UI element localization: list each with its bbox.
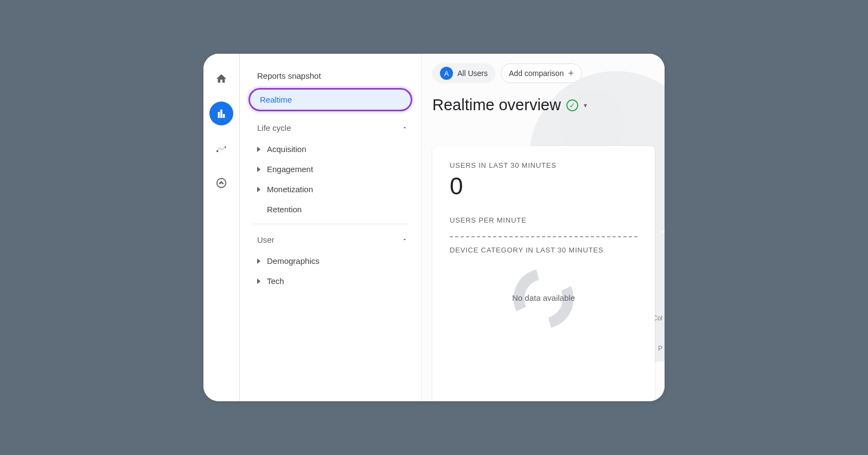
heading-users-30: USERS IN LAST 30 MINUTES (450, 161, 637, 169)
dropdown-caret-icon[interactable]: ▾ (584, 102, 587, 109)
ads-icon[interactable] (209, 171, 233, 195)
explore-icon[interactable] (209, 136, 233, 160)
home-icon[interactable] (209, 67, 233, 91)
group-label: Life cycle (257, 123, 291, 132)
chip-all-users[interactable]: A All Users (432, 64, 495, 83)
heading-users-per-min: USERS PER MINUTE (450, 216, 637, 224)
chip-add-comparison[interactable]: Add comparison + (501, 64, 582, 83)
caret-right-icon (257, 258, 260, 264)
nav-tech[interactable]: Tech (240, 271, 421, 291)
group-life-cycle[interactable]: Life cycle (240, 117, 421, 139)
nav-acquisition[interactable]: Acquisition (240, 139, 421, 159)
sparkline-placeholder (450, 236, 637, 237)
no-data-label: No data available (512, 293, 575, 302)
donut-chart: No data available (450, 266, 637, 340)
caret-right-icon (257, 279, 260, 284)
chip-label: All Users (457, 69, 488, 78)
nav-monetization[interactable]: Monetization (240, 179, 421, 199)
icon-rail (203, 54, 240, 401)
divider (253, 224, 408, 224)
app-window: Reports snapshot Realtime Life cycle Acq… (203, 54, 665, 401)
nav-retention[interactable]: Retention (240, 199, 421, 219)
nav-demographics[interactable]: Demographics (240, 251, 421, 271)
nav-reports-snapshot[interactable]: Reports snapshot (240, 65, 421, 87)
group-label: User (257, 235, 275, 244)
plus-icon: + (568, 68, 574, 78)
page-title: Realtime overview (432, 96, 561, 114)
caret-right-icon (257, 187, 260, 192)
realtime-card: USERS IN LAST 30 MINUTES 0 USERS PER MIN… (432, 146, 655, 401)
sidebar: Reports snapshot Realtime Life cycle Acq… (240, 54, 422, 401)
nav-realtime[interactable]: Realtime (248, 88, 412, 111)
heading-device-category: DEVICE CATEGORY IN LAST 30 MINUTES (450, 246, 637, 254)
caret-right-icon (257, 167, 260, 172)
users-value: 0 (450, 173, 637, 200)
chevron-up-icon (401, 236, 408, 244)
map-label-p: P (658, 345, 662, 352)
check-circle-icon: ✓ (566, 99, 578, 111)
chip-label: Add comparison (509, 69, 564, 78)
comparison-chips: A All Users Add comparison + (422, 54, 665, 87)
group-user[interactable]: User (240, 229, 421, 251)
reports-icon[interactable] (209, 102, 233, 125)
nav-engagement[interactable]: Engagement (240, 159, 421, 179)
svg-point-0 (216, 150, 219, 153)
chevron-up-icon (401, 124, 408, 132)
page-title-row: Realtime overview ✓ ▾ (422, 87, 665, 125)
caret-right-icon (257, 147, 260, 152)
main-pane: Col P A All Users Add comparison + Realt… (422, 54, 665, 401)
avatar: A (440, 67, 453, 80)
